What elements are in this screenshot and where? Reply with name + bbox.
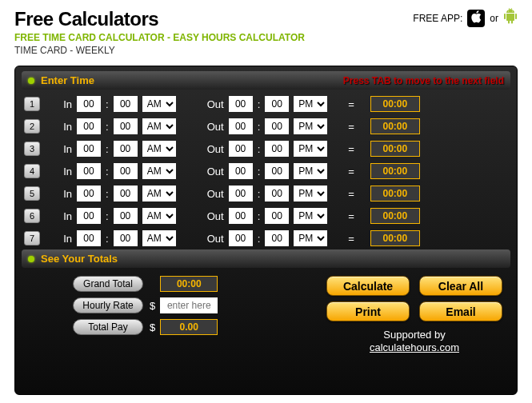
in-ampm-select[interactable]: AMPM: [142, 118, 176, 134]
out-label: Out: [200, 210, 224, 222]
in-hour-input[interactable]: [77, 208, 101, 224]
day-number: 2: [24, 119, 40, 134]
row-result: 00:00: [370, 208, 420, 224]
grand-total-value: 00:00: [160, 276, 218, 292]
in-hour-input[interactable]: [77, 163, 101, 179]
section-title: Enter Time: [41, 74, 94, 86]
grand-total-button[interactable]: Grand Total: [73, 276, 143, 292]
enter-time-section-bar: Enter Time Press TAB to move to the next…: [22, 71, 510, 90]
out-hour-input[interactable]: [229, 186, 253, 202]
in-hour-input[interactable]: [77, 230, 101, 246]
in-ampm-select[interactable]: AMPM: [142, 163, 176, 179]
in-ampm-select[interactable]: AMPM: [142, 141, 176, 157]
out-ampm-select[interactable]: AMPM: [294, 96, 327, 112]
in-hour-input[interactable]: [77, 141, 101, 157]
in-hour-input[interactable]: [77, 186, 101, 202]
in-label: In: [53, 166, 72, 178]
apple-app-link[interactable]: [467, 10, 485, 27]
equals-sign: =: [348, 233, 354, 245]
out-hour-input[interactable]: [229, 96, 253, 112]
out-label: Out: [200, 233, 224, 245]
calculator-panel: Enter Time Press TAB to move to the next…: [14, 66, 518, 395]
support-link[interactable]: calculatehours.com: [370, 341, 459, 353]
in-ampm-select[interactable]: AMPM: [142, 186, 176, 202]
in-ampm-select[interactable]: AMPM: [142, 96, 176, 112]
apple-icon: [470, 10, 482, 26]
out-ampm-select[interactable]: AMPM: [294, 186, 327, 202]
out-label: Out: [200, 143, 224, 155]
equals-sign: =: [348, 121, 354, 133]
in-minute-input[interactable]: [114, 118, 138, 134]
row-result: 00:00: [370, 96, 420, 112]
day-number: 4: [24, 164, 40, 178]
totals-section-bar: See Your Totals: [22, 249, 510, 268]
android-app-link[interactable]: [503, 8, 518, 28]
out-hour-input[interactable]: [229, 163, 253, 179]
equals-sign: =: [348, 210, 354, 222]
out-minute-input[interactable]: [265, 118, 289, 134]
in-label: In: [53, 121, 72, 133]
in-minute-input[interactable]: [114, 186, 138, 202]
in-label: In: [53, 188, 72, 200]
out-ampm-select[interactable]: AMPM: [294, 163, 327, 179]
time-row: 7In:AMPMOut:AMPM=00:00: [22, 227, 510, 249]
row-result: 00:00: [370, 141, 420, 157]
out-ampm-select[interactable]: AMPM: [294, 118, 327, 134]
in-label: In: [53, 143, 72, 155]
out-minute-input[interactable]: [265, 96, 289, 112]
tab-hint: Press TAB to move to the next field: [343, 75, 504, 86]
support-line1: Supported by: [383, 329, 445, 341]
in-label: In: [53, 210, 72, 222]
in-minute-input[interactable]: [114, 96, 138, 112]
in-ampm-select[interactable]: AMPM: [142, 230, 176, 246]
print-button[interactable]: Print: [326, 301, 410, 321]
day-number: 1: [24, 97, 40, 111]
dollar-sign: $: [150, 321, 155, 333]
in-hour-input[interactable]: [77, 118, 101, 134]
out-hour-input[interactable]: [229, 208, 253, 224]
email-button[interactable]: Email: [419, 301, 502, 321]
out-minute-input[interactable]: [265, 163, 289, 179]
section-title: See Your Totals: [41, 253, 118, 265]
hourly-rate-button[interactable]: Hourly Rate: [73, 297, 143, 313]
time-rows: 1In:AMPMOut:AMPM=00:002In:AMPMOut:AMPM=0…: [22, 93, 510, 249]
out-label: Out: [200, 98, 224, 110]
hourly-rate-input[interactable]: [160, 297, 218, 313]
clear-all-button[interactable]: Clear All: [419, 276, 502, 296]
support-text: Supported by calculatehours.com: [326, 329, 502, 353]
in-ampm-select[interactable]: AMPM: [142, 208, 176, 224]
out-hour-input[interactable]: [229, 118, 253, 134]
out-ampm-select[interactable]: AMPM: [294, 141, 327, 157]
day-number: 7: [24, 231, 40, 245]
totals-right: Calculate Clear All Print Email Supporte…: [232, 276, 502, 353]
out-hour-input[interactable]: [229, 141, 253, 157]
in-minute-input[interactable]: [114, 141, 138, 157]
total-pay-button[interactable]: Total Pay: [73, 319, 143, 335]
header-left: Free Calculators FREE TIME CARD CALCULAT…: [14, 8, 305, 56]
time-row: 6In:AMPMOut:AMPM=00:00: [22, 205, 510, 227]
out-minute-input[interactable]: [265, 230, 289, 246]
time-row: 3In:AMPMOut:AMPM=00:00: [22, 138, 510, 160]
out-ampm-select[interactable]: AMPM: [294, 230, 327, 246]
in-minute-input[interactable]: [114, 208, 138, 224]
in-hour-input[interactable]: [77, 96, 101, 112]
out-hour-input[interactable]: [229, 230, 253, 246]
out-label: Out: [200, 188, 224, 200]
out-minute-input[interactable]: [265, 141, 289, 157]
equals-sign: =: [348, 143, 354, 155]
calculate-button[interactable]: Calculate: [326, 276, 410, 296]
header: Free Calculators FREE TIME CARD CALCULAT…: [0, 0, 532, 59]
row-result: 00:00: [370, 186, 420, 202]
out-label: Out: [200, 121, 224, 133]
day-number: 5: [24, 186, 40, 201]
time-row: 1In:AMPMOut:AMPM=00:00: [22, 93, 510, 115]
row-result: 00:00: [370, 163, 420, 179]
totals-left: Grand Total $ 00:00 Hourly Rate $ Total …: [73, 276, 218, 353]
total-pay-value: 0.00: [160, 319, 218, 335]
out-minute-input[interactable]: [265, 186, 289, 202]
out-ampm-select[interactable]: AMPM: [294, 208, 327, 224]
in-minute-input[interactable]: [114, 230, 138, 246]
in-minute-input[interactable]: [114, 163, 138, 179]
out-minute-input[interactable]: [265, 208, 289, 224]
time-row: 5In:AMPMOut:AMPM=00:00: [22, 182, 510, 205]
